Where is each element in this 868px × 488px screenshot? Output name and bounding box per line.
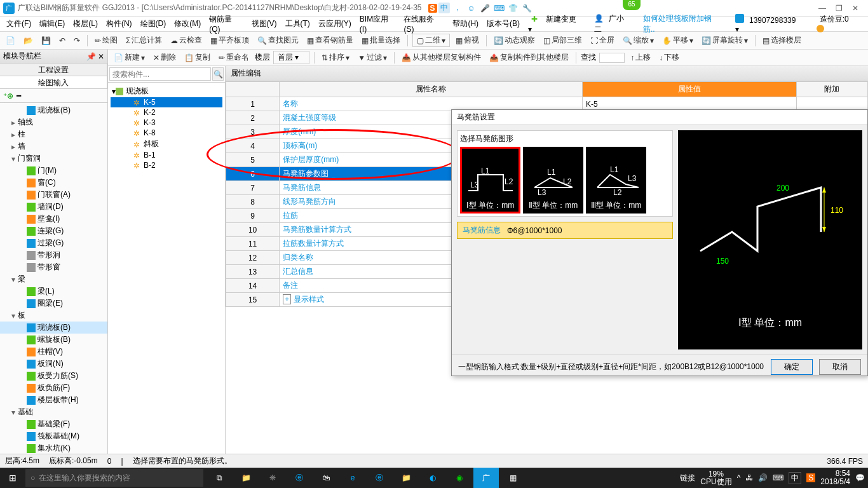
nav-item[interactable]: 现浇板(B) — [0, 104, 107, 116]
menu-tool[interactable]: 工具(T) — [282, 17, 313, 30]
maximize-button[interactable]: ❐ — [836, 4, 843, 13]
menu-online[interactable]: 在线服务(S) — [400, 13, 447, 35]
comp-item[interactable]: ✲B-1 — [111, 150, 222, 160]
nav-item[interactable]: 板负筋(F) — [0, 382, 107, 394]
tray-network-icon[interactable]: 🖧 — [745, 473, 753, 482]
nav-item[interactable]: ▸墙 — [0, 140, 107, 152]
qq-browser-icon[interactable]: ◐ — [420, 468, 445, 488]
user-avatar[interactable]: 👤 广小二 — [591, 12, 638, 36]
menu-version[interactable]: 版本号(B) — [484, 17, 523, 30]
nav-tool-2[interactable]: ━ — [17, 92, 21, 100]
nav-item[interactable]: ▸轴线 — [0, 116, 107, 128]
menu-floor[interactable]: 楼层(L) — [70, 17, 101, 30]
nav-tool-1[interactable]: ⁺⊕ — [3, 92, 13, 100]
rotate-button[interactable]: 🔄 屏幕旋转 ▾ — [699, 34, 750, 47]
360-icon[interactable]: ◉ — [447, 468, 472, 488]
tray-link[interactable]: 链接 — [680, 473, 695, 484]
nav-item[interactable]: 连梁(G) — [0, 225, 107, 237]
menu-view[interactable]: 视图(V) — [248, 17, 280, 30]
app-main-icon[interactable]: 广 — [473, 468, 499, 488]
menu-component[interactable]: 构件(N) — [103, 17, 135, 30]
ime-skin-icon[interactable]: 👕 — [507, 3, 520, 14]
help-link[interactable]: 如何处理筏板附加钢筋.. — [640, 12, 727, 36]
menu-modify[interactable]: 修改(M) — [171, 17, 204, 30]
cloud-check-button[interactable]: ☁ 云检查 — [168, 34, 205, 47]
menu-help[interactable]: 帮助(H) — [449, 17, 482, 30]
edge2-icon[interactable]: e — [340, 468, 365, 488]
nav-item[interactable]: 梁(L) — [0, 285, 107, 297]
copy-from-floor-button[interactable]: 📥 从其他楼层复制构件 — [399, 51, 484, 64]
tray-volume-icon[interactable]: 🔊 — [758, 473, 768, 482]
taskbar-search[interactable]: ○ 在这里输入你要搜索的内容 — [25, 469, 203, 487]
sort-button[interactable]: ⇅ 排序 ▾ — [319, 51, 352, 64]
nav-item[interactable]: 筏板基础(M) — [0, 430, 107, 442]
component-search-input[interactable] — [109, 67, 211, 81]
nav-item[interactable]: 门联窗(A) — [0, 189, 107, 201]
fullscreen-button[interactable]: ⛶ 全屏 — [588, 34, 617, 47]
delete-comp-button[interactable]: ✕ 删除 — [151, 51, 179, 64]
comp-item[interactable]: ✲K-5 — [111, 97, 222, 107]
nav-item[interactable]: 板受力筋(S) — [0, 370, 107, 382]
component-search-button[interactable]: 🔍 — [212, 67, 224, 81]
menu-rebar[interactable]: 钢筋量(Q) — [206, 13, 246, 35]
nav-item[interactable]: ▾梁 — [0, 273, 107, 285]
menu-file[interactable]: 文件(F) — [3, 17, 34, 30]
component-tree[interactable]: ▾ 现浇板✲K-5✲K-2✲K-3✲K-8✲斜板✲B-1✲B-2 — [108, 83, 225, 488]
start-button[interactable]: ⊞ — [0, 473, 25, 483]
nav-item[interactable]: 过梁(G) — [0, 237, 107, 249]
task-view-icon[interactable]: ⧉ — [207, 468, 232, 488]
menu-bim[interactable]: BIM应用(I) — [356, 13, 399, 35]
nav-item[interactable]: 基础梁(F) — [0, 418, 107, 430]
nav-item[interactable]: 圈梁(E) — [0, 297, 107, 309]
menu-edit[interactable]: 编辑(E) — [36, 17, 68, 30]
tray-clock[interactable]: 8:54 2018/5/4 — [820, 470, 850, 486]
undo-icon[interactable]: ↶ — [57, 35, 68, 46]
nav-item[interactable]: 集水坑(K) — [0, 442, 107, 454]
ime-lang-icon[interactable]: 中 — [438, 3, 450, 13]
tray-sogou-icon[interactable]: S — [806, 473, 815, 482]
view-rebar-button[interactable]: ▦ 查看钢筋量 — [304, 34, 356, 47]
move-up-button[interactable]: ↑ 上移 — [628, 51, 653, 64]
close-button[interactable]: ✕ — [852, 4, 858, 13]
nav-item[interactable]: 柱帽(V) — [0, 346, 107, 358]
new-comp-button[interactable]: 📄 新建 ▾ — [111, 51, 147, 64]
open-file-icon[interactable]: 📂 — [21, 35, 36, 46]
floor-dropdown[interactable]: 首层 ▾ — [273, 51, 309, 64]
new-file-icon[interactable]: 📄 — [3, 35, 18, 46]
copy-to-floor-button[interactable]: 📤 复制构件到其他楼层 — [487, 51, 571, 64]
pin-icon[interactable]: 📌 ✕ — [86, 52, 104, 61]
sogou-icon[interactable]: S — [428, 4, 437, 13]
comp-root[interactable]: ▾ 现浇板 — [111, 85, 222, 97]
tray-keyboard-icon[interactable]: ⌨ — [773, 473, 783, 482]
app-icon-2[interactable]: ▦ — [500, 468, 526, 488]
ime-keyboard-icon[interactable]: ⌨ — [493, 3, 506, 14]
orbit-button[interactable]: 🔄 动态观察 — [491, 34, 538, 47]
edge-icon[interactable]: ⓔ — [287, 468, 312, 488]
draw-button[interactable]: ✏ 绘图 — [92, 34, 120, 47]
folder2-icon[interactable]: 📁 — [393, 468, 419, 488]
redo-icon[interactable]: ↷ — [71, 35, 83, 46]
align-top-button[interactable]: ▦ 平齐板顶 — [208, 34, 252, 47]
find-element-button[interactable]: 🔍 查找图元 — [255, 34, 301, 47]
nav-item[interactable]: 板洞(N) — [0, 358, 107, 370]
minimize-button[interactable]: — — [818, 4, 826, 13]
nav-item[interactable]: 螺旋板(B) — [0, 334, 107, 346]
cancel-button[interactable]: 取消 — [819, 359, 861, 375]
menu-cloud[interactable]: 云应用(Y) — [315, 17, 355, 30]
stirrup-info-row[interactable]: 马凳筋信息 Φ6@1000*1000 — [457, 222, 673, 239]
comp-item[interactable]: ✲B-2 — [111, 160, 222, 170]
nav-item[interactable]: 现浇板(B) — [0, 322, 107, 334]
nav-tree[interactable]: 现浇板(B)▸轴线▸柱▸墙▾门窗洞门(M)窗(C)门联窗(A)墙洞(D)壁龛(I… — [0, 103, 107, 468]
new-change-button[interactable]: ✚ 新建变更 ▾ — [525, 13, 589, 35]
view-2d-dropdown[interactable]: ▢ 二维 ▾ — [412, 34, 450, 47]
menu-draw[interactable]: 绘图(D) — [137, 17, 170, 30]
save-icon[interactable]: 💾 — [39, 35, 53, 46]
ime-punct-icon[interactable]: ， — [451, 3, 464, 14]
pan-button[interactable]: ✋ 平移 ▾ — [660, 34, 696, 47]
nav-item[interactable]: ▾板 — [0, 309, 107, 322]
explorer-icon[interactable]: 📁 — [233, 468, 259, 488]
nav-item[interactable]: 门(M) — [0, 165, 107, 177]
tab-project-settings[interactable]: 工程设置 — [0, 64, 107, 76]
nav-item[interactable]: 带形窗 — [0, 261, 107, 273]
store-icon[interactable]: 🛍 — [313, 468, 339, 488]
